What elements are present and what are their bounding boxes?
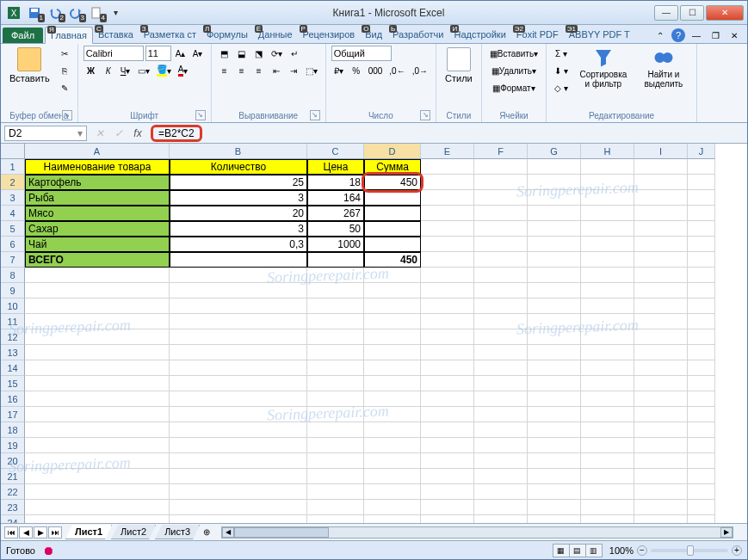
wrap-text-button[interactable]: ↵ xyxy=(287,46,302,61)
sort-filter-button[interactable]: Сортировка и фильтр xyxy=(574,46,633,90)
cell[interactable] xyxy=(25,391,170,407)
cell[interactable] xyxy=(528,314,581,329)
sheet-tab-2[interactable]: Лист3 xyxy=(155,525,200,539)
delete-cells-button[interactable]: ▦ Удалить ▾ xyxy=(487,63,541,78)
row-header-22[interactable]: 22 xyxy=(1,484,25,500)
cell[interactable] xyxy=(474,407,528,422)
cell[interactable]: Рыба xyxy=(25,190,170,206)
row-header-6[interactable]: 6 xyxy=(1,237,25,252)
row-header-8[interactable]: 8 xyxy=(1,268,25,283)
cell[interactable] xyxy=(581,175,634,190)
tab-3[interactable]: ФормулыЛ xyxy=(201,27,253,43)
cell[interactable] xyxy=(581,206,634,221)
sheet-nav-first[interactable]: ⏮ xyxy=(4,526,18,538)
align-center-button[interactable]: ≡ xyxy=(234,63,250,78)
orientation-button[interactable]: ⟳▾ xyxy=(269,46,285,61)
cell[interactable] xyxy=(688,469,715,484)
cell[interactable] xyxy=(528,360,581,376)
column-header-D[interactable]: D xyxy=(364,144,421,159)
view-normal[interactable]: ▦ xyxy=(553,544,570,557)
cell[interactable] xyxy=(528,159,581,175)
hscroll-right[interactable]: ▶ xyxy=(720,527,733,538)
cell[interactable] xyxy=(581,283,634,298)
close-button[interactable]: ✕ xyxy=(706,5,744,21)
cell[interactable] xyxy=(528,206,581,221)
cell[interactable] xyxy=(528,515,581,523)
cell[interactable]: Сахар xyxy=(25,221,170,237)
cell[interactable] xyxy=(474,268,528,283)
cell[interactable]: 3 xyxy=(170,190,307,206)
align-right-button[interactable]: ≡ xyxy=(251,63,267,78)
font-name-combo[interactable]: Calibri xyxy=(83,46,144,61)
cell[interactable] xyxy=(364,345,421,360)
autosum-button[interactable]: Σ ▾ xyxy=(552,46,571,61)
cell[interactable] xyxy=(474,283,528,298)
insert-function-button[interactable]: fx xyxy=(130,126,145,141)
merge-button[interactable]: ⬚▾ xyxy=(303,63,320,78)
tab-1[interactable]: ВставкаС xyxy=(93,27,139,43)
cell[interactable] xyxy=(634,515,688,523)
cell[interactable] xyxy=(581,237,634,252)
cell[interactable] xyxy=(688,329,715,345)
cell[interactable] xyxy=(581,515,634,523)
cell[interactable] xyxy=(581,407,634,422)
cell[interactable] xyxy=(688,515,715,523)
cell[interactable] xyxy=(25,376,170,391)
cell[interactable]: Цена xyxy=(307,159,364,175)
cell[interactable] xyxy=(421,438,474,453)
cell[interactable] xyxy=(25,407,170,422)
cell[interactable] xyxy=(474,345,528,360)
cell[interactable] xyxy=(421,469,474,484)
cell[interactable] xyxy=(634,469,688,484)
cell[interactable] xyxy=(170,360,307,376)
hscroll-thumb[interactable] xyxy=(234,527,329,538)
cell[interactable] xyxy=(634,237,688,252)
cell[interactable] xyxy=(581,484,634,500)
cell[interactable] xyxy=(581,252,634,268)
cell[interactable] xyxy=(421,329,474,345)
cell[interactable] xyxy=(364,314,421,329)
cell[interactable]: Картофель xyxy=(25,175,170,190)
cell[interactable] xyxy=(634,190,688,206)
ribbon-minimize[interactable]: ⌃ xyxy=(652,28,668,43)
cell[interactable] xyxy=(421,500,474,515)
cell[interactable] xyxy=(688,206,715,221)
cell[interactable] xyxy=(528,345,581,360)
cell[interactable] xyxy=(634,221,688,237)
cell[interactable] xyxy=(688,484,715,500)
qat-customize[interactable]: ▾ xyxy=(108,5,123,21)
cell[interactable] xyxy=(307,345,364,360)
cell[interactable] xyxy=(528,221,581,237)
row-header-11[interactable]: 11 xyxy=(1,314,25,329)
cell[interactable] xyxy=(421,237,474,252)
cell[interactable] xyxy=(581,376,634,391)
cell[interactable] xyxy=(421,298,474,314)
cell[interactable]: 450 xyxy=(364,252,421,268)
align-top-button[interactable]: ⬒ xyxy=(217,46,232,61)
formula-input[interactable]: =B2*C2 xyxy=(147,124,747,143)
cell[interactable] xyxy=(307,515,364,523)
cell[interactable] xyxy=(307,422,364,438)
hscroll-left[interactable]: ◀ xyxy=(222,527,234,538)
row-header-24[interactable]: 24 xyxy=(1,515,25,523)
cell[interactable] xyxy=(364,422,421,438)
cell[interactable] xyxy=(581,391,634,407)
cell[interactable] xyxy=(634,314,688,329)
cell[interactable] xyxy=(421,407,474,422)
cell[interactable] xyxy=(364,190,421,206)
cell[interactable] xyxy=(474,469,528,484)
cell[interactable] xyxy=(688,314,715,329)
cut-button[interactable]: ✂ xyxy=(57,46,72,61)
cell[interactable]: 3 xyxy=(170,221,307,237)
column-header-A[interactable]: A xyxy=(25,144,170,159)
cell[interactable] xyxy=(634,453,688,469)
cell[interactable] xyxy=(25,283,170,298)
select-all-corner[interactable] xyxy=(1,144,25,159)
tab-7[interactable]: РазработчиЬ xyxy=(387,27,448,43)
tab-5[interactable]: РецензировР xyxy=(298,27,361,43)
sheet-nav-last[interactable]: ⏭ xyxy=(48,526,62,538)
cell[interactable] xyxy=(421,206,474,221)
cell[interactable] xyxy=(528,268,581,283)
cell[interactable] xyxy=(528,407,581,422)
align-left-button[interactable]: ≡ xyxy=(217,63,232,78)
